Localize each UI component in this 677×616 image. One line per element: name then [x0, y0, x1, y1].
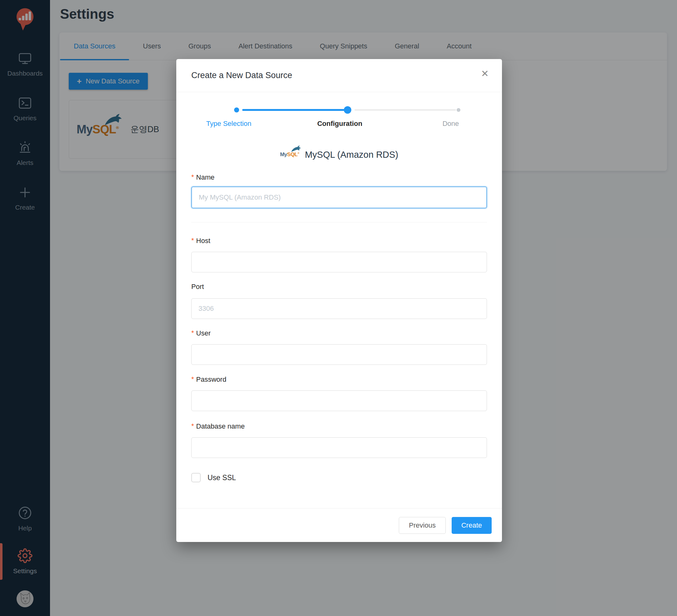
- host-input[interactable]: [191, 252, 487, 272]
- steps-progress: Type Selection Configuration Done: [191, 92, 487, 148]
- create-button[interactable]: Create: [452, 517, 492, 534]
- step-label-done: Done: [404, 120, 498, 128]
- required-marker: *: [191, 422, 194, 430]
- user-field-label: * User: [191, 329, 487, 337]
- previous-button[interactable]: Previous: [399, 517, 446, 534]
- step-dot-done: [457, 108, 460, 112]
- source-title: MySQL (Amazon RDS): [305, 150, 398, 160]
- source-type-header: MySQL® MySQL (Amazon RDS): [191, 148, 487, 161]
- mysql-dolphin-icon: [290, 145, 302, 154]
- form-divider: [191, 222, 487, 223]
- create-data-source-modal: Create a New Data Source ✕ Type Selectio…: [176, 59, 502, 542]
- user-input[interactable]: [191, 344, 487, 365]
- required-marker: *: [191, 375, 194, 383]
- host-field-label: * Host: [191, 237, 487, 245]
- port-field-label: Port: [191, 283, 487, 291]
- name-input[interactable]: [191, 187, 487, 208]
- step-dot-type-selection[interactable]: [234, 107, 239, 112]
- required-marker: *: [191, 173, 194, 181]
- database-name-input[interactable]: [191, 437, 487, 458]
- modal-footer: Previous Create: [176, 508, 502, 542]
- required-marker: *: [191, 329, 194, 337]
- database-name-field-label: * Database name: [191, 422, 487, 430]
- password-input[interactable]: [191, 390, 487, 411]
- step-label-type-selection[interactable]: Type Selection: [182, 120, 276, 128]
- step-line-waiting: [354, 109, 456, 110]
- step-label-configuration: Configuration: [293, 120, 387, 128]
- required-marker: *: [191, 236, 194, 245]
- password-field-label: * Password: [191, 375, 487, 384]
- close-icon[interactable]: ✕: [481, 69, 489, 79]
- mysql-logo: MySQL®: [280, 151, 299, 158]
- modal-title: Create a New Data Source: [191, 70, 292, 80]
- use-ssl-checkbox[interactable]: [191, 473, 201, 482]
- port-input[interactable]: [191, 298, 487, 319]
- use-ssl-label: Use SSL: [208, 474, 236, 482]
- modal-header: Create a New Data Source: [176, 59, 502, 92]
- step-line-finished: [242, 109, 345, 111]
- use-ssl-row: Use SSL: [191, 473, 487, 482]
- name-field-label: * Name: [191, 173, 487, 182]
- step-dot-configuration: [344, 106, 351, 114]
